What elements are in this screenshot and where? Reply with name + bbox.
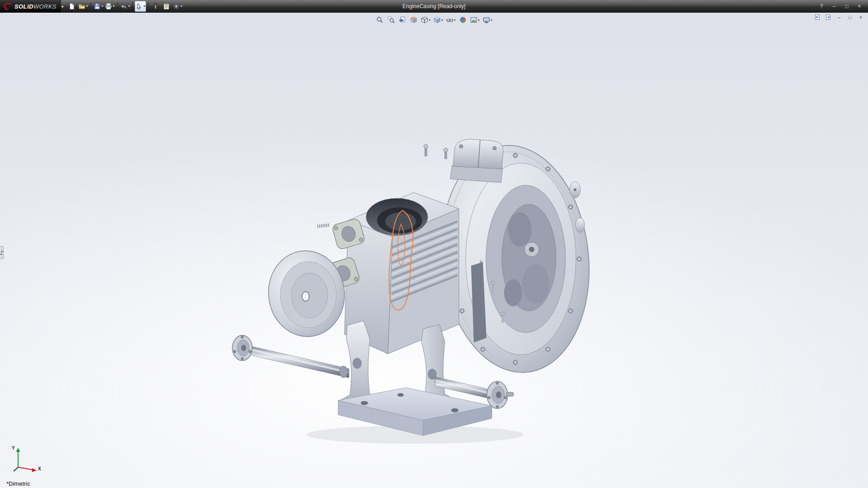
previous-window-icon xyxy=(814,14,821,20)
save-button[interactable]: ▾ xyxy=(93,1,104,12)
hide-show-dropdown-arrow[interactable]: ▾ xyxy=(454,18,456,22)
zoom-to-fit-button[interactable] xyxy=(375,15,385,25)
maximize-window-button[interactable]: □ xyxy=(843,3,851,10)
apply-scene-dropdown-arrow[interactable]: ▾ xyxy=(478,18,480,22)
previous-view-button[interactable] xyxy=(397,15,407,25)
appearance-ball-icon xyxy=(459,16,467,23)
heads-up-view-toolbar: ▾ ▾ ▾ xyxy=(375,15,493,25)
solidworks-logo-icon xyxy=(3,3,13,10)
minimize-window-button[interactable]: – xyxy=(830,3,838,10)
section-view-icon xyxy=(410,16,417,23)
undo-icon xyxy=(120,3,127,10)
display-style-button[interactable]: ▾ xyxy=(433,15,444,25)
display-style-dropdown-arrow[interactable]: ▾ xyxy=(441,18,443,22)
view-orientation-dropdown-arrow[interactable]: ▾ xyxy=(429,18,430,22)
display-style-icon xyxy=(434,16,441,23)
select-button[interactable]: ▾ xyxy=(135,1,146,12)
toolbar-separator xyxy=(90,2,91,10)
close-document-button[interactable]: × xyxy=(857,14,864,20)
clipboard-icon xyxy=(163,3,170,10)
toolbar-separator xyxy=(132,2,133,10)
save-dropdown-arrow[interactable]: ▾ xyxy=(101,4,103,8)
save-icon xyxy=(94,3,101,10)
open-folder-icon xyxy=(78,3,85,10)
engine-model-geometry[interactable] xyxy=(232,138,600,444)
section-view-button[interactable] xyxy=(409,15,419,25)
file-properties-button[interactable] xyxy=(161,1,172,12)
zoom-to-area-button[interactable] xyxy=(386,15,396,25)
zoom-to-area-icon xyxy=(387,16,395,23)
open-button[interactable]: ▾ xyxy=(77,1,89,12)
triad-axes-icon xyxy=(10,446,48,476)
apply-scene-button[interactable]: ▾ xyxy=(469,15,481,25)
view-orientation-label: *Dimetric xyxy=(6,480,30,487)
left-axle xyxy=(232,335,349,378)
options-dropdown-arrow[interactable]: ▾ xyxy=(180,4,182,8)
previous-window-button[interactable] xyxy=(814,14,821,20)
print-dropdown-arrow[interactable]: ▾ xyxy=(113,4,114,8)
select-cursor-icon xyxy=(136,3,143,10)
print-icon xyxy=(105,3,112,10)
open-dropdown-arrow[interactable]: ▾ xyxy=(86,4,88,8)
left-cover-disc xyxy=(264,247,349,341)
previous-view-icon xyxy=(399,16,406,23)
edit-appearance-button[interactable] xyxy=(458,15,468,25)
view-settings-button[interactable]: ▾ xyxy=(482,15,493,25)
close-window-button[interactable]: × xyxy=(855,3,863,10)
next-window-icon xyxy=(825,14,831,20)
options-button[interactable]: ▾ xyxy=(172,1,183,12)
select-dropdown-arrow[interactable]: ▾ xyxy=(143,4,145,8)
brand-light: WORKS xyxy=(33,3,57,10)
zoom-to-fit-icon xyxy=(376,16,383,23)
undo-button[interactable]: ▾ xyxy=(119,1,131,12)
window-controls: ? – □ × xyxy=(817,3,868,10)
minimize-document-button[interactable]: – xyxy=(835,14,843,20)
reference-triad: Y X xyxy=(10,446,48,476)
rebuild-stoplight-icon xyxy=(152,3,159,10)
help-button[interactable]: ? xyxy=(817,3,826,10)
top-cover xyxy=(450,139,503,183)
hide-show-items-button[interactable]: ▾ xyxy=(445,15,457,25)
options-gear-icon xyxy=(173,3,180,10)
engine-casing-model[interactable] xyxy=(0,13,868,488)
view-settings-icon xyxy=(483,16,490,23)
titlebar: SOLIDWORKS ▸ ▾ ▾ xyxy=(0,0,868,13)
triad-x-label: X xyxy=(38,466,41,471)
rebuild-button[interactable] xyxy=(150,1,161,12)
restore-document-button[interactable]: □ xyxy=(846,14,854,20)
undo-dropdown-arrow[interactable]: ▾ xyxy=(128,4,130,8)
document-window-controls: – □ × xyxy=(814,14,864,20)
apply-scene-icon xyxy=(470,16,477,23)
next-window-button[interactable] xyxy=(825,14,832,20)
graphics-viewport[interactable]: ▾ ▾ ▾ xyxy=(0,13,868,488)
menu-flyout-arrow[interactable]: ▸ xyxy=(61,4,67,9)
main-toolbar: ▾ ▾ ▾ ▾ xyxy=(66,0,183,13)
brand-bold: SOLID xyxy=(14,3,33,10)
feature-panel-splitter[interactable]: ◀ ▶ xyxy=(0,246,4,259)
toolbar-separator xyxy=(148,2,148,10)
splitter-right-arrow: ▶ xyxy=(1,253,3,255)
triad-y-label: Y xyxy=(12,446,15,450)
solidworks-logo: SOLIDWORKS xyxy=(0,0,61,13)
print-button[interactable]: ▾ xyxy=(104,1,115,12)
toolbar-separator xyxy=(117,2,118,10)
view-settings-dropdown-arrow[interactable]: ▾ xyxy=(491,18,492,22)
new-document-icon xyxy=(68,3,75,10)
view-orientation-icon xyxy=(421,16,428,23)
hide-show-glasses-icon xyxy=(446,16,453,23)
view-orientation-button[interactable]: ▾ xyxy=(420,15,431,25)
new-button[interactable] xyxy=(66,1,77,12)
window-title: EngineCasing [Read-only] xyxy=(402,0,465,13)
